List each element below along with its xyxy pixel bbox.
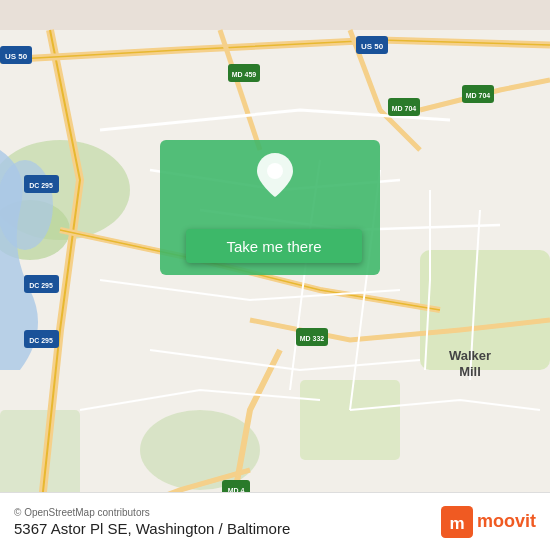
svg-text:DC 295: DC 295 <box>29 337 53 344</box>
svg-text:m: m <box>449 514 464 533</box>
map-background: US 50 US 50 MD 459 MD 704 MD 704 DC 295 … <box>0 0 550 550</box>
moovit-logo: m moovit <box>441 506 536 538</box>
bottom-bar: © OpenStreetMap contributors 5367 Astor … <box>0 492 550 550</box>
svg-rect-5 <box>300 380 400 460</box>
svg-text:Mill: Mill <box>459 364 481 379</box>
svg-text:US 50: US 50 <box>5 52 28 61</box>
svg-point-32 <box>267 163 283 179</box>
address-text: 5367 Astor Pl SE, Washington / Baltimore <box>14 520 290 537</box>
svg-text:US 50: US 50 <box>361 42 384 51</box>
map-container: US 50 US 50 MD 459 MD 704 MD 704 DC 295 … <box>0 0 550 550</box>
svg-text:DC 295: DC 295 <box>29 182 53 189</box>
map-pin <box>255 155 295 195</box>
take-me-there-button[interactable]: Take me there <box>186 229 362 263</box>
svg-text:MD 704: MD 704 <box>392 105 417 112</box>
svg-text:MD 332: MD 332 <box>300 335 325 342</box>
svg-text:MD 704: MD 704 <box>466 92 491 99</box>
copyright-text: © OpenStreetMap contributors <box>14 507 290 518</box>
moovit-brand-text: moovit <box>477 511 536 532</box>
svg-text:Walker: Walker <box>449 348 491 363</box>
moovit-icon: m <box>441 506 473 538</box>
svg-text:DC 295: DC 295 <box>29 282 53 289</box>
bottom-bar-info: © OpenStreetMap contributors 5367 Astor … <box>14 507 290 537</box>
svg-text:MD 459: MD 459 <box>232 71 257 78</box>
